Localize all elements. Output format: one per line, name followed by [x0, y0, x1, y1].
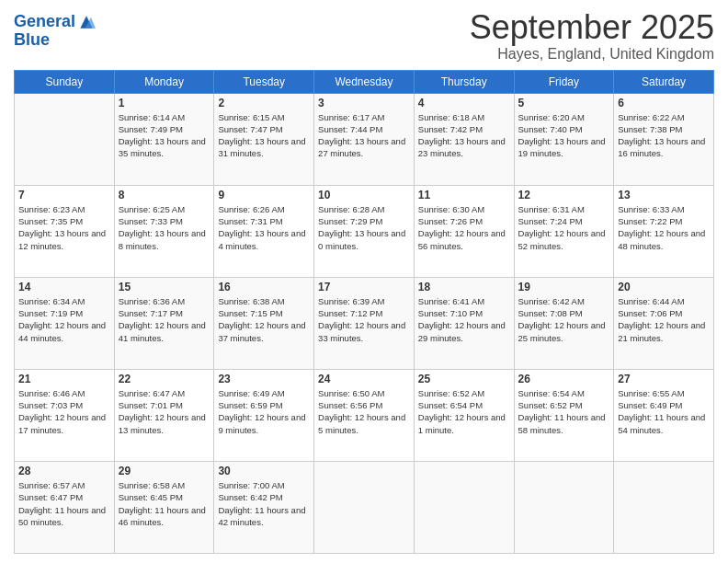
sunset-text: Sunset: 7:44 PM	[318, 124, 382, 134]
calendar-cell: 26Sunrise: 6:54 AMSunset: 6:52 PMDayligh…	[514, 369, 614, 461]
sunset-text: Sunset: 7:03 PM	[18, 400, 83, 410]
sunset-text: Sunset: 7:10 PM	[418, 308, 483, 318]
sunrise-text: Sunrise: 6:36 AM	[119, 296, 185, 306]
sunrise-text: Sunrise: 6:42 AM	[518, 296, 585, 306]
cell-info: Sunrise: 6:15 AMSunset: 7:47 PMDaylight:…	[218, 111, 310, 160]
cell-info: Sunrise: 6:39 AMSunset: 7:12 PMDaylight:…	[318, 295, 410, 344]
calendar-cell: 15Sunrise: 6:36 AMSunset: 7:17 PMDayligh…	[114, 277, 214, 369]
sunset-text: Sunset: 7:12 PM	[318, 308, 382, 318]
cell-info: Sunrise: 6:28 AMSunset: 7:29 PMDaylight:…	[318, 203, 410, 252]
daylight-text: Daylight: 11 hours and 58 minutes.	[518, 412, 606, 434]
sunset-text: Sunset: 6:59 PM	[218, 400, 282, 410]
sunset-text: Sunset: 7:26 PM	[418, 216, 483, 226]
daylight-text: Daylight: 12 hours and 48 minutes.	[618, 228, 705, 250]
daylight-text: Daylight: 12 hours and 17 minutes.	[18, 412, 106, 434]
sunrise-text: Sunrise: 6:57 AM	[18, 480, 85, 490]
logo-line2: Blue	[14, 31, 96, 50]
daylight-text: Daylight: 12 hours and 5 minutes.	[318, 412, 405, 434]
sunset-text: Sunset: 7:35 PM	[18, 216, 83, 226]
day-number: 5	[518, 97, 610, 109]
calendar-cell: 1Sunrise: 6:14 AMSunset: 7:49 PMDaylight…	[114, 93, 214, 185]
cell-info: Sunrise: 6:20 AMSunset: 7:40 PMDaylight:…	[518, 111, 610, 160]
cell-info: Sunrise: 6:23 AMSunset: 7:35 PMDaylight:…	[18, 203, 110, 252]
sunrise-text: Sunrise: 6:31 AM	[518, 204, 585, 214]
weekday-header-monday: Monday	[114, 70, 214, 93]
day-number: 2	[218, 97, 310, 109]
week-row-2: 14Sunrise: 6:34 AMSunset: 7:19 PMDayligh…	[15, 277, 714, 369]
sunset-text: Sunset: 6:45 PM	[119, 492, 183, 502]
calendar-cell: 24Sunrise: 6:50 AMSunset: 6:56 PMDayligh…	[314, 369, 415, 461]
calendar-cell: 6Sunrise: 6:22 AMSunset: 7:38 PMDaylight…	[614, 93, 714, 185]
week-row-3: 21Sunrise: 6:46 AMSunset: 7:03 PMDayligh…	[15, 369, 714, 461]
sunset-text: Sunset: 7:08 PM	[518, 308, 583, 318]
cell-info: Sunrise: 6:26 AMSunset: 7:31 PMDaylight:…	[218, 203, 310, 252]
calendar-cell: 30Sunrise: 7:00 AMSunset: 6:42 PMDayligh…	[214, 461, 314, 553]
logo-icon	[77, 13, 96, 31]
day-number: 25	[418, 373, 510, 385]
sunset-text: Sunset: 7:47 PM	[218, 124, 282, 134]
calendar-cell	[614, 461, 714, 553]
sunrise-text: Sunrise: 6:25 AM	[119, 204, 185, 214]
day-number: 13	[618, 189, 710, 201]
daylight-text: Daylight: 13 hours and 16 minutes.	[618, 136, 705, 158]
sunrise-text: Sunrise: 6:39 AM	[318, 296, 384, 306]
daylight-text: Daylight: 13 hours and 35 minutes.	[119, 136, 206, 158]
day-number: 10	[318, 189, 410, 201]
calendar-cell: 27Sunrise: 6:55 AMSunset: 6:49 PMDayligh…	[614, 369, 714, 461]
daylight-text: Daylight: 11 hours and 42 minutes.	[218, 505, 305, 527]
sunset-text: Sunset: 6:47 PM	[18, 492, 83, 502]
calendar-cell: 8Sunrise: 6:25 AMSunset: 7:33 PMDaylight…	[114, 185, 214, 277]
sunset-text: Sunset: 7:15 PM	[218, 308, 282, 318]
daylight-text: Daylight: 12 hours and 44 minutes.	[18, 320, 106, 342]
daylight-text: Daylight: 13 hours and 31 minutes.	[218, 136, 305, 158]
day-number: 23	[218, 373, 310, 385]
daylight-text: Daylight: 12 hours and 33 minutes.	[318, 320, 405, 342]
sunrise-text: Sunrise: 6:50 AM	[318, 388, 384, 398]
day-number: 14	[18, 281, 110, 293]
sunset-text: Sunset: 7:29 PM	[318, 216, 382, 226]
day-number: 17	[318, 281, 410, 293]
cell-info: Sunrise: 6:47 AMSunset: 7:01 PMDaylight:…	[119, 387, 210, 436]
day-number: 8	[119, 189, 210, 201]
calendar-cell: 14Sunrise: 6:34 AMSunset: 7:19 PMDayligh…	[15, 277, 115, 369]
sunset-text: Sunset: 7:22 PM	[618, 216, 682, 226]
month-title: September 2025	[470, 9, 714, 46]
calendar-cell	[514, 461, 614, 553]
cell-info: Sunrise: 6:18 AMSunset: 7:42 PMDaylight:…	[418, 111, 510, 160]
sunset-text: Sunset: 7:19 PM	[18, 308, 83, 318]
sunrise-text: Sunrise: 6:17 AM	[318, 112, 384, 122]
daylight-text: Daylight: 11 hours and 46 minutes.	[119, 505, 206, 527]
day-number: 30	[218, 465, 310, 477]
week-row-0: 1Sunrise: 6:14 AMSunset: 7:49 PMDaylight…	[15, 93, 714, 185]
calendar-cell: 9Sunrise: 6:26 AMSunset: 7:31 PMDaylight…	[214, 185, 314, 277]
weekday-header-sunday: Sunday	[15, 70, 115, 93]
sunset-text: Sunset: 7:33 PM	[119, 216, 183, 226]
day-number: 7	[18, 189, 110, 201]
calendar-table: SundayMondayTuesdayWednesdayThursdayFrid…	[14, 70, 714, 554]
cell-info: Sunrise: 6:31 AMSunset: 7:24 PMDaylight:…	[518, 203, 610, 252]
title-area: September 2025 Hayes, England, United Ki…	[470, 9, 714, 63]
calendar-cell: 13Sunrise: 6:33 AMSunset: 7:22 PMDayligh…	[614, 185, 714, 277]
daylight-text: Daylight: 12 hours and 25 minutes.	[518, 320, 606, 342]
sunset-text: Sunset: 7:17 PM	[119, 308, 183, 318]
sunrise-text: Sunrise: 6:28 AM	[318, 204, 384, 214]
cell-info: Sunrise: 6:14 AMSunset: 7:49 PMDaylight:…	[119, 111, 210, 160]
cell-info: Sunrise: 7:00 AMSunset: 6:42 PMDaylight:…	[218, 479, 310, 528]
sunset-text: Sunset: 7:24 PM	[518, 216, 583, 226]
day-number: 6	[618, 97, 710, 109]
calendar-cell: 3Sunrise: 6:17 AMSunset: 7:44 PMDaylight…	[314, 93, 415, 185]
calendar-cell	[314, 461, 415, 553]
cell-info: Sunrise: 6:52 AMSunset: 6:54 PMDaylight:…	[418, 387, 510, 436]
sunrise-text: Sunrise: 6:15 AM	[218, 112, 284, 122]
sunrise-text: Sunrise: 6:18 AM	[418, 112, 484, 122]
sunset-text: Sunset: 6:54 PM	[418, 400, 483, 410]
daylight-text: Daylight: 12 hours and 52 minutes.	[518, 228, 606, 250]
daylight-text: Daylight: 12 hours and 13 minutes.	[119, 412, 206, 434]
sunset-text: Sunset: 7:31 PM	[218, 216, 282, 226]
daylight-text: Daylight: 12 hours and 56 minutes.	[418, 228, 506, 250]
sunrise-text: Sunrise: 6:22 AM	[618, 112, 684, 122]
daylight-text: Daylight: 13 hours and 27 minutes.	[318, 136, 405, 158]
cell-info: Sunrise: 6:44 AMSunset: 7:06 PMDaylight:…	[618, 295, 710, 344]
calendar-cell: 4Sunrise: 6:18 AMSunset: 7:42 PMDaylight…	[414, 93, 514, 185]
daylight-text: Daylight: 13 hours and 4 minutes.	[218, 228, 305, 250]
